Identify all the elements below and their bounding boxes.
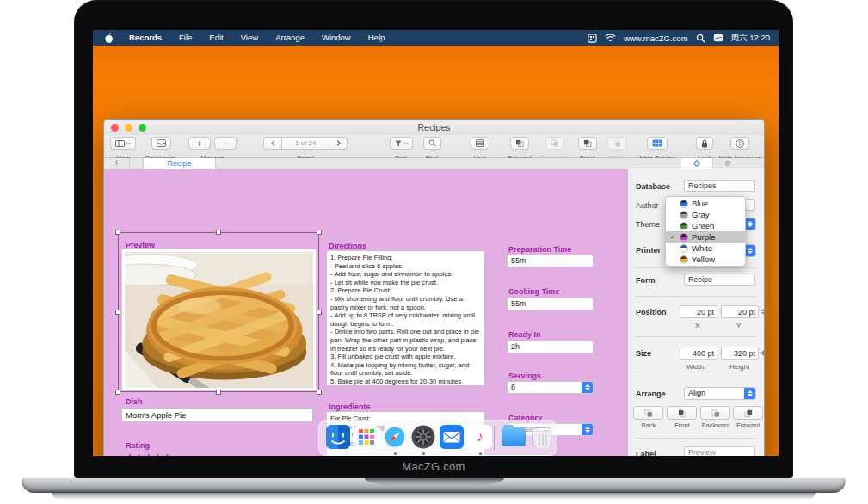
theme-option-green[interactable]: Green	[666, 220, 745, 231]
apple-menu-icon[interactable]	[93, 32, 120, 44]
input-method-icon[interactable]	[588, 34, 597, 43]
dock-folder-icon[interactable]	[502, 427, 526, 446]
selection-handle[interactable]	[216, 390, 221, 395]
width-label: Width	[686, 363, 704, 371]
lock-button[interactable]	[696, 137, 713, 150]
minimize-button[interactable]	[125, 124, 132, 132]
divider	[635, 336, 758, 337]
position-x-stepper[interactable]: 20 pt	[680, 305, 726, 318]
menu-help[interactable]: Help	[360, 30, 394, 46]
dock-settings-icon[interactable]	[411, 425, 435, 449]
theme-option-gray[interactable]: Gray	[666, 209, 745, 220]
dock-mail-icon[interactable]	[440, 425, 464, 449]
dish-input[interactable]: Mom's Apple Pie	[121, 408, 313, 422]
ready-in-field-label: Ready In	[508, 330, 541, 339]
prep-time-field-label: Preparation Time	[508, 245, 571, 254]
inspector-settings-segment[interactable]: ⚙	[712, 158, 743, 169]
menubar-clock[interactable]: 周六 12:20	[731, 33, 770, 44]
menubar-url[interactable]: www.macZG.com	[624, 34, 687, 43]
siri-icon[interactable]	[713, 34, 723, 42]
dock-music-icon[interactable]: ♪	[468, 425, 492, 449]
arrange-backward-button[interactable]	[700, 406, 730, 420]
selection-handle[interactable]	[115, 310, 120, 315]
menu-window[interactable]: Window	[313, 30, 360, 46]
select-position-field[interactable]: 1 of 24	[282, 137, 329, 150]
add-tab-button[interactable]: +	[104, 158, 130, 169]
select-prev-button[interactable]	[263, 137, 282, 150]
arrange-front-label: Front	[665, 421, 699, 429]
theme-option-purple[interactable]: ✓ Purple	[666, 231, 745, 243]
inspector-properties-segment[interactable]	[681, 158, 712, 169]
label-input[interactable]: Preview	[684, 446, 755, 456]
size-label: Size	[636, 349, 651, 358]
form-canvas[interactable]: Preview	[104, 169, 627, 456]
selection-handle[interactable]	[115, 390, 120, 395]
servings-stepper[interactable]: 6	[507, 381, 594, 394]
zoom-button[interactable]	[139, 124, 146, 132]
theme-option-blue[interactable]: Blue	[666, 198, 745, 209]
prep-time-input[interactable]: 55m	[507, 255, 594, 267]
find-button[interactable]	[423, 137, 441, 150]
popup-arrows-icon[interactable]	[744, 388, 755, 399]
hide-guides-button[interactable]	[647, 137, 668, 150]
arrange-back-button[interactable]	[633, 406, 663, 420]
view-button[interactable]	[110, 137, 136, 150]
arrange-front-button[interactable]	[667, 406, 697, 420]
popup-arrows-icon[interactable]	[582, 424, 593, 435]
selection-handle[interactable]	[317, 230, 322, 235]
menu-file[interactable]: File	[170, 30, 200, 46]
position-y-stepper[interactable]: 20 pt	[721, 305, 767, 318]
arrange-forward-button[interactable]	[733, 406, 763, 420]
stepper-arrows-icon[interactable]	[760, 309, 767, 315]
folder-tab	[503, 425, 514, 429]
directions-textarea[interactable]: 1. Prepare Pie Filling: - Peel and slice…	[326, 250, 485, 386]
hide-inspector-button[interactable]	[730, 137, 749, 150]
menu-records[interactable]: Records	[120, 30, 170, 46]
selection-handle[interactable]	[115, 230, 120, 235]
stepper-arrows-icon[interactable]	[582, 382, 593, 393]
close-button[interactable]	[111, 124, 119, 132]
directions-field-label: Directions	[329, 242, 366, 250]
ready-in-input[interactable]: 2h	[507, 341, 594, 353]
dock: ♪	[318, 420, 557, 456]
divider	[635, 296, 758, 297]
menu-view[interactable]: View	[232, 30, 267, 46]
arrange-backward-label: Backward	[699, 421, 733, 429]
manage-add-button[interactable]: +	[188, 137, 211, 150]
selection-handle[interactable]	[317, 390, 322, 395]
form-input[interactable]: Recipe	[684, 274, 755, 286]
screen: Records File Edit View Arrange Window He…	[93, 30, 779, 456]
arrange-popup[interactable]: Align	[684, 387, 756, 400]
window-titlebar[interactable]: Recipes	[104, 120, 764, 135]
preview-image-field[interactable]	[121, 249, 317, 391]
stepper-arrows-icon[interactable]	[760, 350, 767, 356]
dock-trash-icon[interactable]	[532, 427, 551, 448]
cook-time-input[interactable]: 55m	[507, 298, 594, 310]
backward-button[interactable]	[545, 137, 564, 150]
size-height-stepper[interactable]: 320 pt	[721, 347, 767, 360]
size-width-stepper[interactable]: 400 pt	[680, 347, 726, 360]
dock-safari-icon[interactable]	[383, 425, 407, 449]
select-next-button[interactable]	[329, 137, 348, 150]
front-button[interactable]	[578, 137, 597, 150]
theme-option-yellow[interactable]: Yellow	[666, 254, 745, 265]
tab-recipe[interactable]: Recipe	[143, 158, 216, 169]
manage-remove-button[interactable]: −	[214, 137, 237, 150]
databases-button[interactable]	[151, 137, 171, 150]
database-input[interactable]: Recipes	[684, 180, 755, 192]
menu-arrange[interactable]: Arrange	[267, 30, 313, 46]
dock-finder-icon[interactable]	[326, 425, 350, 449]
lists-button[interactable]	[471, 137, 489, 150]
menu-edit[interactable]: Edit	[200, 30, 231, 46]
search-icon[interactable]	[696, 34, 705, 43]
back-button[interactable]	[607, 137, 626, 150]
wifi-icon[interactable]	[605, 34, 616, 42]
forward-button[interactable]	[510, 137, 529, 150]
selection-handle[interactable]	[317, 310, 322, 315]
rating-stars[interactable]: ★★★★★	[126, 452, 172, 456]
theme-option-white[interactable]: White	[666, 243, 745, 254]
sort-button[interactable]	[390, 137, 413, 150]
traffic-lights	[111, 124, 146, 132]
dock-launchpad-icon[interactable]	[354, 425, 379, 449]
selection-handle[interactable]	[216, 230, 221, 235]
